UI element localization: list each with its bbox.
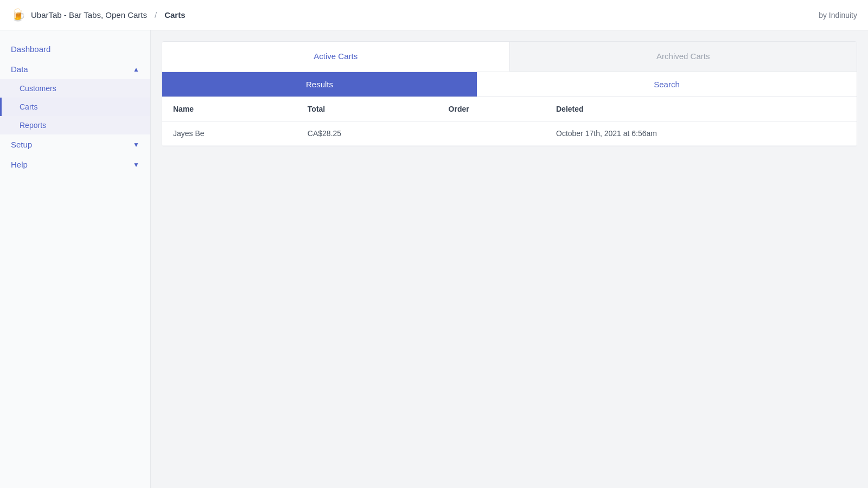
sidebar-item-label-dashboard: Dashboard [11,44,50,54]
app-icon: 🍺 [11,8,25,22]
action-bar: Results Search [162,72,857,97]
header-by-text: by Indinuity [819,11,857,20]
chevron-up-icon: ▲ [133,66,139,73]
sidebar-item-label-setup: Setup [11,140,32,149]
column-header-order: Order [438,97,545,121]
tab-archived-carts[interactable]: Archived Carts [509,42,857,72]
sidebar-item-label-help: Help [11,160,28,169]
app-header: 🍺 UbarTab - Bar Tabs, Open Carts / Carts… [0,0,868,30]
cell-order [438,121,545,146]
table-row[interactable]: Jayes Be CA$28.25 October 17th, 2021 at … [162,121,857,146]
cell-name: Jayes Be [162,121,297,146]
breadcrumb-separator: / [155,10,157,20]
carts-table: Name Total Order Deleted Jayes Be CA$28.… [162,97,857,146]
tab-active-carts[interactable]: Active Carts [162,42,509,72]
sidebar-item-label-reports: Reports [20,121,46,130]
sidebar-item-help[interactable]: Help ▼ [0,155,150,175]
cell-deleted: October 17th, 2021 at 6:56am [545,121,857,146]
cell-total: CA$28.25 [297,121,438,146]
sidebar-item-dashboard[interactable]: Dashboard [0,39,150,59]
breadcrumb-current: Carts [164,10,185,20]
sidebar-item-label-customers: Customers [20,84,56,93]
sidebar-item-customers[interactable]: Customers [0,79,150,98]
sidebar-item-data[interactable]: Data ▲ [0,59,150,79]
app-name: UbarTab - Bar Tabs, Open Carts [31,10,147,20]
search-button[interactable]: Search [477,72,857,97]
tabs-container: Active Carts Archived Carts [162,41,857,72]
content-card: Results Search Name Total Order Deleted … [162,72,857,146]
sidebar: Dashboard Data ▲ Customers Carts Reports… [0,30,151,488]
sidebar-item-label-data: Data [11,65,28,74]
main-content: Active Carts Archived Carts Results Sear… [151,30,868,488]
column-header-name: Name [162,97,297,121]
results-button[interactable]: Results [162,72,477,97]
sidebar-item-label-carts: Carts [20,102,37,111]
header-breadcrumb: 🍺 UbarTab - Bar Tabs, Open Carts / Carts [11,8,186,22]
tab-active-carts-label: Active Carts [314,52,358,61]
sidebar-item-carts[interactable]: Carts [0,98,150,116]
chevron-down-icon-setup: ▼ [133,141,139,149]
column-header-total: Total [297,97,438,121]
sidebar-item-reports[interactable]: Reports [0,116,150,134]
tab-archived-carts-label: Archived Carts [656,52,710,61]
sidebar-item-setup[interactable]: Setup ▼ [0,134,150,155]
table-header-row: Name Total Order Deleted [162,97,857,121]
chevron-down-icon-help: ▼ [133,161,139,169]
column-header-deleted: Deleted [545,97,857,121]
main-layout: Dashboard Data ▲ Customers Carts Reports… [0,30,868,488]
